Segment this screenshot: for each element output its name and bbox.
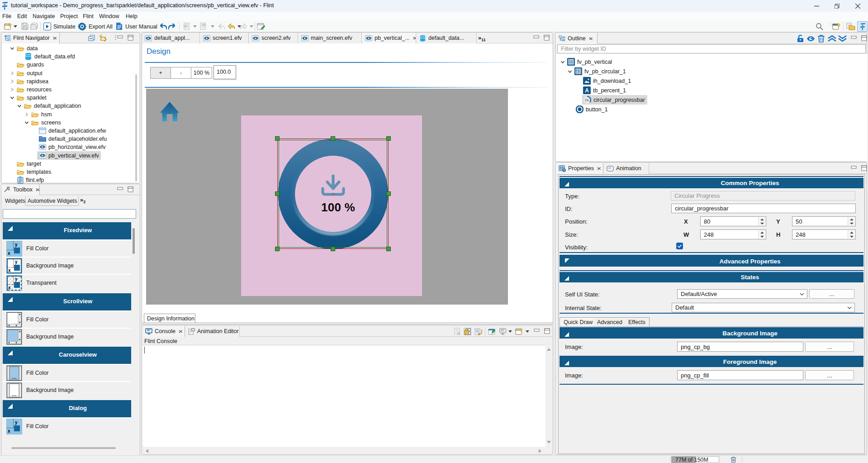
svg-text:x: x <box>8 268 11 273</box>
svg-text:y: y <box>15 242 18 247</box>
svg-text:x: x <box>8 429 10 434</box>
svg-text:y: y <box>15 277 18 282</box>
svg-text:A: A <box>585 87 589 94</box>
svg-text:y: y <box>15 420 18 425</box>
svg-text:y: y <box>15 259 18 264</box>
svg-text:x: x <box>8 251 10 256</box>
svg-text:x: x <box>8 285 11 290</box>
svg-text:74: 74 <box>585 98 588 102</box>
